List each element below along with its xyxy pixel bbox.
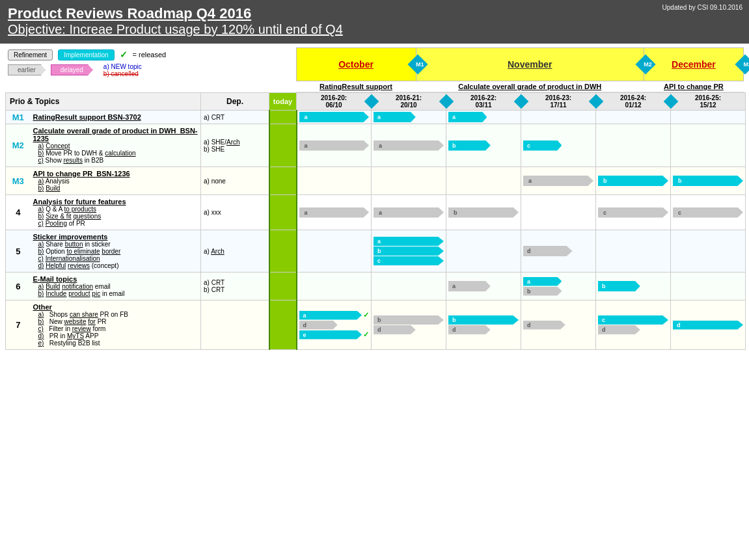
today-col-5	[269, 230, 297, 273]
prio-m2: M2	[6, 124, 31, 167]
today-col-4	[269, 195, 297, 230]
gantt-5-s23: d	[521, 230, 596, 273]
page-objective: Objective: Increae Product usage by 120%…	[8, 22, 741, 37]
legend-row: Refinement Implementation ✓ = released	[8, 49, 266, 60]
legend-refinement: Refinement	[8, 49, 53, 60]
main-content: Refinement Implementation ✓ = released e…	[0, 44, 749, 354]
topic-7: Other a) Shops can share PR on FB b) New…	[31, 300, 201, 350]
header-sprint-21: 2016-21: 20/10	[372, 93, 446, 111]
gantt-5-s25	[671, 230, 746, 273]
topic-6: E-Mail topics a) Build notification emai…	[31, 273, 201, 300]
gantt-m1-s24	[596, 111, 671, 124]
gantt-5-s20	[297, 230, 372, 273]
gantt-7-s23: d	[521, 300, 596, 350]
topic-m1: RatingResult support BSN-3702	[31, 111, 201, 124]
prio-5: 5	[6, 230, 31, 273]
header-sprint-24: 2016-24: 01/12	[596, 93, 671, 111]
gantt-4-s23	[521, 195, 596, 230]
gantt-m3-s24: b	[596, 167, 671, 195]
dep-7	[201, 300, 269, 350]
legend-implementation: Implementation	[58, 49, 114, 60]
header-dep: Dep.	[201, 93, 269, 111]
gantt-m3-s20	[297, 167, 372, 195]
gantt-m2-s23: c	[521, 124, 596, 167]
header-today: today	[269, 93, 297, 111]
milestone-m1-label: M1	[416, 61, 424, 68]
legend-earlier: earlier	[8, 64, 46, 75]
month-december: December M3	[644, 48, 743, 81]
month-october: October M1	[296, 48, 416, 81]
legend-cancelled: b) cancelled	[103, 70, 142, 77]
header-sprint-23: 2016-23: 17/11	[521, 93, 596, 111]
gantt-m1-s22: a	[446, 111, 521, 124]
legend-new: a) NEW topic	[103, 63, 142, 70]
gantt-m1-s25	[671, 111, 746, 124]
gantt-6-s20	[297, 273, 372, 300]
gantt-4-s25: c	[671, 195, 746, 230]
topic-5: Sticker improvements a) Share button in …	[31, 230, 201, 273]
month-november: November M2	[416, 48, 644, 81]
header-sprint-25: 2016-25: 15/12	[671, 93, 746, 111]
gantt-7-s24: c d	[596, 300, 671, 350]
topic-4: Analysis for future features a) Q & A to…	[31, 195, 201, 230]
dep-m2: a) SHE/Archb) SHE	[201, 124, 269, 167]
gantt-m2-s25	[671, 124, 746, 167]
milestone-text-1: RatingResult support	[296, 81, 416, 92]
table-row: 4 Analysis for future features a) Q & A …	[6, 195, 746, 230]
milestone-text-2: Calculate overall grade of product in DW…	[416, 81, 644, 92]
dep-m1: a) CRT	[201, 111, 269, 124]
milestone-m3-label: M3	[743, 61, 749, 68]
dep-m3: a) none	[201, 167, 269, 195]
header: Product Reviews Roadmap Q4 2016 Objectiv…	[0, 0, 749, 44]
updated-label: Updated by CSI 09.10.2016	[662, 4, 742, 11]
gantt-m3-s25: b	[671, 167, 746, 195]
dep-6: a) CRTb) CRT	[201, 273, 269, 300]
prio-m1: M1	[6, 111, 31, 124]
today-col-m3	[269, 167, 297, 195]
table-row: M2 Calculate overall grade of product in…	[6, 124, 746, 167]
table-row: 6 E-Mail topics a) Build notification em…	[6, 273, 746, 300]
gantt-6-s23: a b	[521, 273, 596, 300]
gantt-7-s25: d	[671, 300, 746, 350]
legend-row-2: earlier delayed a) NEW topic b) cancelle…	[8, 63, 266, 77]
gantt-5-s21: a b c	[372, 230, 446, 273]
gantt-4-s24: c	[596, 195, 671, 230]
gantt-m2-s24	[596, 124, 671, 167]
prio-m3: M3	[6, 167, 31, 195]
milestone-m2-label: M2	[644, 61, 652, 68]
gantt-7-s20: a ✓ d e ✓	[297, 300, 372, 350]
today-col-6	[269, 273, 297, 300]
table-row: 7 Other a) Shops can share PR on FB b) N…	[6, 300, 746, 350]
page-title: Product Reviews Roadmap Q4 2016	[8, 5, 741, 22]
today-col-m1	[269, 111, 297, 124]
header-sprint-22: 2016-22: 03/11	[446, 93, 521, 111]
gantt-4-s21: a	[372, 195, 446, 230]
gantt-7-s21: b d	[372, 300, 446, 350]
gantt-m2-s22: b	[446, 124, 521, 167]
legend-delayed: delayed	[51, 64, 93, 75]
legend-new-cancel: a) NEW topic b) cancelled	[103, 63, 142, 77]
gantt-4-s22: b	[446, 195, 521, 230]
roadmap-table: Prio & Topics Dep. today 2016-20: 06/10 …	[5, 92, 746, 350]
prio-7: 7	[6, 300, 31, 350]
gantt-5-s22	[446, 230, 521, 273]
prio-4: 4	[6, 195, 31, 230]
gantt-m1-s21: a	[372, 111, 446, 124]
gantt-m2-s21: a	[372, 124, 446, 167]
gantt-6-s22: a	[446, 273, 521, 300]
table-row: M3 API to change PR BSN-1236 a) Analysis…	[6, 167, 746, 195]
gantt-m1-s20: a	[297, 111, 372, 124]
dep-5: a) Arch	[201, 230, 269, 273]
gantt-m3-s22	[446, 167, 521, 195]
table-row: M1 RatingResult support BSN-3702 a) CRT …	[6, 111, 746, 124]
gantt-m3-s23: a	[521, 167, 596, 195]
gantt-4-s20: a	[297, 195, 372, 230]
milestone-text-3: API to change PR	[644, 81, 743, 92]
today-col-m2	[269, 124, 297, 167]
gantt-m1-s23	[521, 111, 596, 124]
dep-4: a) xxx	[201, 195, 269, 230]
gantt-5-s24	[596, 230, 671, 273]
table-row: 5 Sticker improvements a) Share button i…	[6, 230, 746, 273]
gantt-m3-s21	[372, 167, 446, 195]
legend-released: = released	[133, 51, 167, 59]
